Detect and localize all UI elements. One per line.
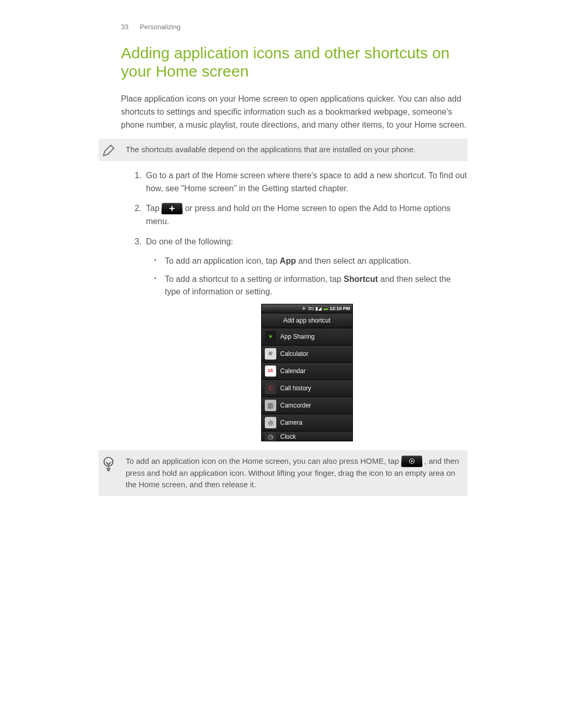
app-row-camcorder: ▥ Camcorder	[262, 397, 352, 414]
app-label: Calendar	[280, 366, 306, 376]
pencil-icon	[101, 142, 117, 158]
app-label: Camcorder	[280, 401, 311, 411]
app-label: Camera	[280, 418, 303, 428]
clock-time: 12:10 PM	[329, 305, 350, 313]
phone-statusbar: ✛ 3G ▮◢ ▬ 12:10 PM	[262, 304, 352, 314]
svg-point-2	[411, 460, 412, 462]
sub-bullet-list: To add an application icon, tap App and …	[165, 255, 468, 299]
app-row-app-sharing: ✶ App Sharing	[262, 328, 352, 346]
section-name: Personalizing	[140, 23, 180, 31]
clock-icon: ◷	[265, 431, 276, 441]
step-2-text-b: or press and hold on the Home screen to …	[146, 204, 450, 226]
calendar-icon: 15	[265, 365, 276, 377]
page-number: 33	[121, 23, 128, 31]
bullet-shortcut-a: To add a shortcut to a setting or inform…	[165, 275, 344, 283]
phone-screenshot: ✛ 3G ▮◢ ▬ 12:10 PM Add app shortcut ✶ Ap…	[146, 304, 468, 443]
app-row-calculator: ⊞ Calculator	[262, 346, 352, 363]
step-1-text: Go to a part of the Home screen where th…	[146, 171, 467, 193]
apps-grid-button-icon	[401, 455, 422, 467]
main-heading: Adding application icons and other short…	[121, 44, 468, 80]
camera-icon: ◎	[265, 417, 276, 428]
battery-icon: ▬	[323, 305, 328, 313]
app-label: App Sharing	[280, 332, 315, 342]
calculator-icon: ⊞	[265, 348, 276, 360]
step-3-text: Do one of the following:	[146, 237, 233, 246]
app-row-calendar: 15 Calendar	[262, 363, 352, 380]
intro-paragraph: Place application icons on your Home scr…	[121, 93, 468, 131]
app-row-clock: ◷ Clock	[262, 431, 352, 441]
step-2: Tap or press and hold on the Home screen…	[144, 202, 468, 228]
app-label: Call history	[280, 384, 311, 393]
signal-icon: ▮◢	[315, 305, 322, 313]
bullet-app-bold: App	[280, 256, 296, 265]
three-g-icon: 3G	[308, 305, 314, 313]
plus-button-icon	[162, 203, 183, 215]
app-row-call-history: ✆ Call history	[262, 380, 352, 397]
note-text: The shortcuts available depend on the ap…	[126, 144, 459, 156]
app-label: Clock	[280, 432, 296, 441]
app-label: Calculator	[280, 349, 309, 359]
tip-text: To add an application icon on the Home s…	[126, 455, 459, 491]
step-1: Go to a part of the Home screen where th…	[144, 169, 468, 195]
step-list: Go to a part of the Home screen where th…	[144, 169, 468, 443]
page-header: 33 Personalizing	[121, 23, 468, 31]
bullet-app-b: and then select an application.	[296, 256, 411, 265]
tip-text-a: To add an application icon on the Home s…	[126, 456, 401, 465]
phone-list-title: Add app shortcut	[262, 314, 352, 328]
camcorder-icon: ▥	[265, 400, 276, 411]
tip-callout: To add an application icon on the Home s…	[99, 450, 468, 496]
bullet-shortcut-bold: Shortcut	[344, 275, 378, 283]
note-callout: The shortcuts available depend on the ap…	[99, 139, 468, 161]
bullet-shortcut: To add a shortcut to a setting or inform…	[165, 273, 468, 299]
app-row-camera: ◎ Camera	[262, 414, 352, 431]
step-2-text-a: Tap	[146, 204, 162, 213]
bullet-app: To add an application icon, tap App and …	[165, 255, 468, 268]
step-3: Do one of the following: To add an appli…	[144, 236, 468, 443]
gps-icon: ✛	[302, 305, 306, 313]
app-sharing-icon: ✶	[265, 331, 276, 342]
call-history-icon: ✆	[265, 382, 276, 394]
lightbulb-icon	[101, 455, 116, 475]
document-page: 33 Personalizing Adding application icon…	[121, 0, 468, 496]
bullet-app-a: To add an application icon, tap	[165, 256, 280, 265]
phone-frame: ✛ 3G ▮◢ ▬ 12:10 PM Add app shortcut ✶ Ap…	[261, 304, 353, 441]
